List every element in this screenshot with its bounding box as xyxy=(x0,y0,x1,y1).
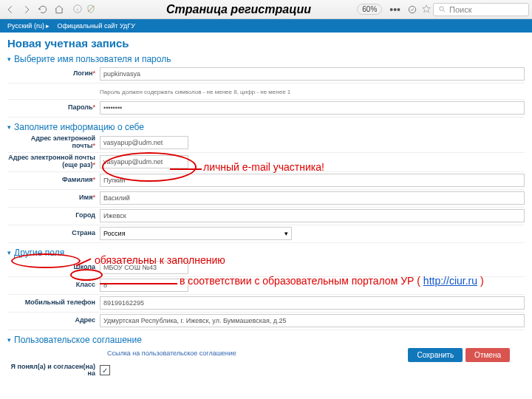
annotation-required-note: обязательны к заполнению xyxy=(95,254,225,266)
lastname-label: Фамилия* xyxy=(7,177,100,184)
email-input[interactable] xyxy=(100,136,188,149)
star-icon[interactable] xyxy=(421,4,432,16)
agree-label: Я понял(а) и согласен(на) на xyxy=(7,364,100,378)
language-switcher[interactable]: Русский (ru) ▸ xyxy=(7,22,50,30)
forward-button[interactable] xyxy=(19,2,34,17)
password-hint: Пароль должен содержать символов - не ме… xyxy=(100,89,525,95)
firstname-input[interactable] xyxy=(100,191,525,205)
address-input[interactable] xyxy=(100,314,525,327)
home-button[interactable] xyxy=(52,2,66,17)
login-label: Логин* xyxy=(7,70,100,78)
menu-dots-icon[interactable]: ••• xyxy=(386,4,403,16)
cancel-button[interactable]: Отмена xyxy=(466,348,510,362)
grade-input[interactable] xyxy=(100,279,188,292)
password-input[interactable] xyxy=(100,101,525,115)
country-select[interactable]: Россия▾ xyxy=(100,227,292,240)
official-site-link[interactable]: Официальный сайт УдГУ xyxy=(57,22,135,30)
save-button[interactable]: Сохранить xyxy=(408,348,463,362)
search-input[interactable]: Поиск xyxy=(433,3,529,16)
tracking-shield-icon[interactable] xyxy=(86,4,96,16)
annotation-email-line xyxy=(170,168,202,170)
svg-point-2 xyxy=(440,7,444,11)
info-icon[interactable] xyxy=(72,4,83,16)
password-label: Пароль* xyxy=(7,104,100,112)
city-input[interactable] xyxy=(100,209,525,222)
grade-label: Класс xyxy=(7,282,100,289)
agree-checkbox[interactable]: ✓ xyxy=(100,365,110,375)
annotation-other-ellipse xyxy=(11,253,81,268)
chevron-down-icon: ▾ xyxy=(284,230,288,237)
section-other[interactable]: Другие поля xyxy=(7,248,525,258)
back-button[interactable] xyxy=(3,2,18,17)
reload-button[interactable] xyxy=(35,2,50,17)
city-label: Город xyxy=(7,212,100,219)
email2-label: Адрес электронной почты (еще раз)* xyxy=(7,154,100,169)
ciur-link[interactable]: http://ciur.ru xyxy=(423,275,477,287)
country-label: Страна xyxy=(7,230,100,237)
firstname-label: Имя* xyxy=(7,194,100,202)
annotation-school-note: в соответствии с образовательным портало… xyxy=(180,275,484,287)
phone-label: Мобильный телефон xyxy=(7,299,100,307)
agreement-link[interactable]: Ссылка на пользовательское соглашение xyxy=(107,349,236,357)
annotation-school-line xyxy=(100,283,177,284)
phone-input[interactable] xyxy=(100,296,525,310)
annotation-email-ellipse xyxy=(102,152,197,182)
section-credentials[interactable]: Выберите имя пользователя и пароль xyxy=(7,54,525,64)
section-personal[interactable]: Заполните информацию о себе xyxy=(7,122,525,132)
annotation-email-note: личный e-mail участника! xyxy=(203,161,324,173)
annotation-school-ellipse xyxy=(70,269,103,281)
reader-icon[interactable] xyxy=(405,2,420,17)
address-label: Адрес xyxy=(7,317,100,324)
annotation-page-title: Страница регистрации xyxy=(166,3,311,16)
email-label: Адрес электронной почты* xyxy=(7,135,100,150)
section-agreement[interactable]: Пользовательское соглашение xyxy=(7,335,525,345)
search-icon xyxy=(438,5,446,13)
page-title: Новая учетная запись xyxy=(7,37,525,50)
zoom-level[interactable]: 60% xyxy=(357,4,382,15)
login-input[interactable] xyxy=(100,67,525,81)
